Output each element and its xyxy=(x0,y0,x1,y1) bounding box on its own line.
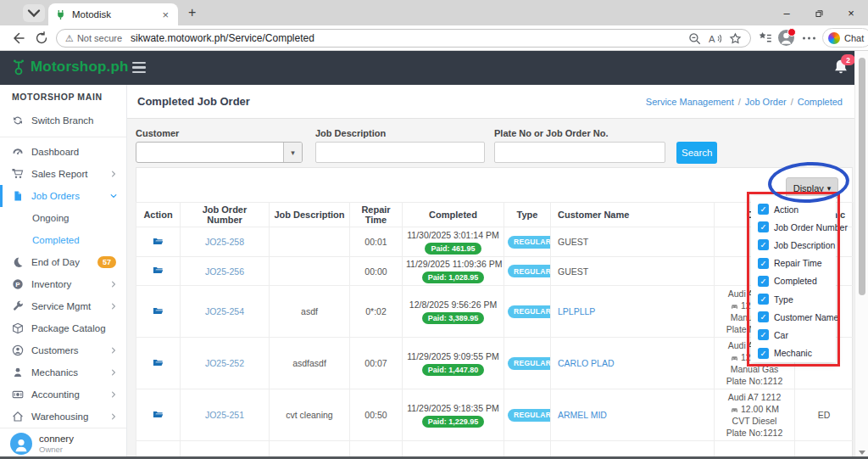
zoom-out-icon[interactable] xyxy=(688,32,701,45)
window-close-button[interactable]: × xyxy=(834,0,868,25)
scrollbar-down-arrow-icon[interactable] xyxy=(859,449,865,456)
table-card: ActionJob Order NumberJob DescriptionRep… xyxy=(136,167,853,459)
sidebar-item-warehousing[interactable]: Warehousing xyxy=(0,406,126,428)
sidebar-item-mechanics[interactable]: Mechanics xyxy=(0,361,126,383)
table-header-row: ActionJob Order NumberJob DescriptionRep… xyxy=(136,203,854,227)
back-button[interactable] xyxy=(10,31,25,46)
customer-select[interactable]: ▾ xyxy=(136,142,303,163)
breadcrumb-link-completed[interactable]: Completed xyxy=(798,97,843,107)
job-order-link[interactable]: JO25-252 xyxy=(205,358,244,368)
sidebar-item-end-of-day[interactable]: End of Day57 xyxy=(0,251,126,273)
column-header-customer-name: Customer Name xyxy=(551,203,715,227)
chevron-right-icon xyxy=(109,412,118,421)
favorites-bar-icon[interactable] xyxy=(758,31,772,45)
sidebar-item-service-mgmt[interactable]: Service Mgmt xyxy=(0,295,126,317)
table-row: JO25-254asdf0*:0212/8/2025 9:56:26 PMPai… xyxy=(136,286,854,338)
sidebar-item-label: Mechanics xyxy=(31,367,109,378)
folder-open-icon[interactable] xyxy=(152,409,164,420)
job-order-link[interactable]: JO25-251 xyxy=(205,410,244,420)
sidebar-item-package-catalog[interactable]: Package Catalog xyxy=(0,317,126,339)
new-tab-button[interactable]: + xyxy=(188,6,196,20)
sidebar-item-label: Customers xyxy=(31,345,109,355)
breadcrumb-link-service-management[interactable]: Service Management xyxy=(646,97,734,107)
scrollbar-thumb[interactable] xyxy=(859,58,865,295)
job-order-link[interactable]: JO25-254 xyxy=(205,306,244,316)
window-minimize-button[interactable]: – xyxy=(770,0,804,25)
page-scrollbar[interactable] xyxy=(854,51,868,459)
sales-report-icon xyxy=(12,168,24,180)
end-of-day-icon xyxy=(12,256,24,268)
sidebar-item-inventory[interactable]: PInventory xyxy=(0,273,126,295)
plate-input[interactable] xyxy=(494,142,665,163)
table-row: JO25-25800:0111/30/2025 3:01:14 PMPaid: … xyxy=(136,227,854,257)
sidebar: MOTORSHOP MAIN Switch BranchDashboardSal… xyxy=(0,85,127,459)
address-bar[interactable]: ⚠ Not secure sikwate.motowork.ph/Service… xyxy=(56,29,751,48)
notification-count-badge: 2 xyxy=(841,54,855,65)
car-cell: Audi A7 121212.00 KMCVT DieselPlate No:1… xyxy=(715,389,795,441)
folder-open-icon[interactable] xyxy=(152,236,164,247)
motorbike-logo-icon xyxy=(10,58,27,76)
sidebar-item-switch-branch[interactable]: Switch Branch xyxy=(0,108,126,133)
table-row: JO25-25600:0011/29/2025 11:09:36 PMPaid:… xyxy=(136,257,854,286)
select-caret-icon[interactable]: ▾ xyxy=(283,143,302,162)
repair-time-cell: 00:50 xyxy=(350,389,403,441)
browser-tab[interactable]: Motodisk × xyxy=(48,3,178,25)
package-catalog-icon xyxy=(12,322,24,334)
column-header-action: Action xyxy=(136,203,181,227)
completed-cell: 11/30/2025 3:01:14 PMPaid: 461.95 xyxy=(403,227,504,257)
tab-title: Motodisk xyxy=(72,9,159,20)
completed-datetime: 11/29/2025 11:09:36 PM xyxy=(406,259,500,269)
type-cell: REGULAR xyxy=(504,257,551,286)
sidebar-item-label: Job Orders xyxy=(31,191,109,201)
reload-button[interactable] xyxy=(34,31,49,46)
job-order-link[interactable]: JO25-256 xyxy=(205,266,244,277)
customer-link[interactable]: LPLPLLP xyxy=(558,306,595,316)
breadcrumb-link-job-order[interactable]: Job Order xyxy=(745,97,787,107)
job-description-input[interactable] xyxy=(315,142,485,163)
customers-icon xyxy=(12,344,24,356)
sidebar-toggle-button[interactable] xyxy=(132,62,146,73)
table-row: JO25-252asdfasdf00:0711/29/2025 9:09:55 … xyxy=(136,338,854,389)
not-secure-warning-icon: ⚠ xyxy=(65,33,74,44)
folder-open-icon[interactable] xyxy=(152,357,164,368)
app-logo[interactable]: Motorshop.ph xyxy=(10,58,129,76)
folder-open-icon[interactable] xyxy=(152,305,164,316)
service-mgmt-icon xyxy=(12,300,24,312)
action-cell xyxy=(136,257,181,286)
page-title: Completed Job Order xyxy=(137,95,250,108)
job-order-number-cell: JO25-256 xyxy=(181,257,270,286)
job-description-cell xyxy=(270,257,350,286)
notifications-bell-icon[interactable]: 2 xyxy=(832,58,849,76)
window-restore-button[interactable] xyxy=(802,0,836,25)
search-button[interactable]: Search xyxy=(676,142,717,164)
sidebar-subitem-completed[interactable]: Completed xyxy=(0,229,126,251)
car-icon xyxy=(730,406,739,413)
sidebar-item-dashboard[interactable]: Dashboard xyxy=(0,141,126,163)
copilot-chat-button[interactable]: Chat xyxy=(822,28,868,48)
customer-name-cell: CARLO PLAD xyxy=(551,338,715,389)
read-aloud-icon[interactable]: A xyxy=(709,32,721,45)
sidebar-item-job-orders[interactable]: Job Orders xyxy=(0,185,126,207)
car-detail-line: 12.00 KM xyxy=(718,403,791,415)
profile-avatar[interactable] xyxy=(778,30,794,46)
tab-close-icon[interactable]: × xyxy=(159,8,171,21)
accounting-icon xyxy=(12,389,24,400)
favorite-star-icon[interactable] xyxy=(729,32,742,45)
browser-menu-icon[interactable] xyxy=(802,34,816,42)
sidebar-item-customers[interactable]: Customers xyxy=(0,339,126,361)
sidebar-item-sales-report[interactable]: Sales Report xyxy=(0,163,126,185)
customer-link[interactable]: CARLO PLAD xyxy=(558,358,615,368)
chevron-right-icon xyxy=(109,346,118,355)
job-order-link[interactable]: JO25-258 xyxy=(205,237,244,247)
completed-datetime: 11/29/2025 9:09:55 PM xyxy=(406,351,500,361)
tab-search-button[interactable] xyxy=(23,4,45,22)
car-detail-line: CVT Diesel xyxy=(718,415,791,427)
url-text: sikwate.motowork.ph/Service/Completed xyxy=(131,32,681,44)
sidebar-subitem-ongoing[interactable]: Ongoing xyxy=(0,207,126,229)
customer-link[interactable]: ARMEL MID xyxy=(558,410,607,420)
type-cell: REGULAR xyxy=(504,227,551,257)
sidebar-user[interactable]: connery Owner xyxy=(0,428,126,459)
sidebar-item-label: Switch Branch xyxy=(31,115,118,126)
folder-open-icon[interactable] xyxy=(152,265,164,276)
sidebar-item-accounting[interactable]: Accounting xyxy=(0,383,126,406)
